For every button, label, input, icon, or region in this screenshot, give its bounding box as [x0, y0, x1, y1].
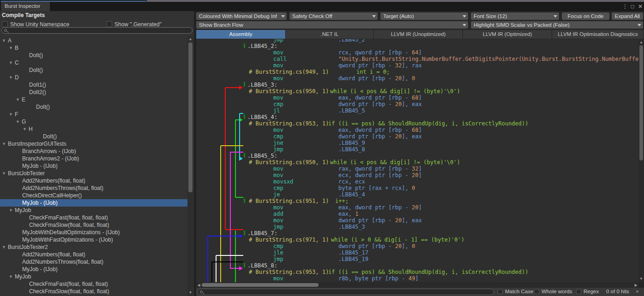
foldout-icon[interactable]: ▼	[9, 273, 13, 280]
compile-targets-tree: ▼ A ▼ B DoIt() ▼ C DoIt() ▼ D DoIt1() Do…	[0, 36, 187, 296]
maximize-icon[interactable]: □	[629, 3, 636, 10]
tree-item[interactable]: DoIt()	[0, 52, 187, 59]
tree-item[interactable]: ▼ BurstJobTester2	[0, 243, 187, 251]
tree-item[interactable]: BranchArrows - (IJob)	[0, 148, 187, 155]
tree-item[interactable]: CheckFmaSlow(float, float, float)	[0, 288, 187, 295]
tree-item[interactable]: MyJob - (IJob)	[0, 266, 187, 273]
checkbox[interactable]	[106, 21, 112, 27]
tree-item[interactable]: Add2NumbersThrows(float, float)	[0, 258, 187, 266]
foldout-icon[interactable]: ▼	[9, 44, 13, 52]
tree-item[interactable]: Add2Numbers(float, float)	[0, 177, 187, 184]
match-case-checkbox[interactable]	[498, 289, 503, 294]
dropdown[interactable]: Coloured With Minimal Debug Inf	[196, 12, 287, 20]
tab-llvm-ir-optimized-[interactable]: LLVM IR (Optimized)	[463, 30, 552, 39]
tree-scrollbar-thumb[interactable]	[188, 42, 193, 192]
asm-operand: .LBB45_2	[338, 39, 365, 43]
dropdown[interactable]: Show Branch Flow	[196, 21, 468, 29]
tree-item[interactable]: CheckFmaSlow(float, float, float)	[0, 221, 187, 229]
tree-item-label: MyJob	[15, 273, 31, 280]
scroll-down-icon[interactable]: ▼	[187, 290, 193, 295]
tree-scrollbar[interactable]: ▲ ▼	[187, 36, 193, 296]
tree-item-label: A	[8, 37, 12, 44]
tree-item[interactable]: ▼ C	[0, 59, 187, 66]
tree-item[interactable]: DoIt1()	[0, 81, 187, 89]
tree-item[interactable]: ▼ F	[0, 111, 187, 118]
code-hscrollbar-thumb[interactable]	[202, 283, 319, 287]
foldout-icon[interactable]: ▼	[16, 118, 20, 125]
dropdown[interactable]: Font Size (12)	[471, 12, 559, 20]
tree-item[interactable]: MyJob - (IJob)	[0, 162, 187, 170]
tree-item[interactable]: ▼ E	[0, 96, 187, 103]
tree-item[interactable]: MyJobWithFastOptimizations - (IJob)	[0, 236, 187, 243]
window-tab[interactable]: Burst Inspector	[1, 2, 50, 11]
tab-llvm-ir-unoptimized-[interactable]: LLVM IR (Unoptimized)	[374, 30, 463, 39]
code-vscrollbar-thumb[interactable]	[639, 45, 643, 160]
tree-item[interactable]: ▼ A	[0, 37, 187, 44]
find-input[interactable]	[197, 289, 494, 295]
tree-item[interactable]: ▼ BurstInspectorGUITests	[0, 140, 187, 148]
menu-icon[interactable]: ⋮	[621, 3, 629, 10]
foldout-icon[interactable]: ▼	[9, 74, 13, 81]
code-line: .LBB45_8:	[196, 262, 638, 269]
tab-llvm-ir-optimisation-diagnostics[interactable]: LLVM IR Optimisation Diagnostics	[552, 30, 644, 39]
tab-assembly[interactable]: Assembly	[196, 30, 286, 39]
asm-label: .LBB45_3:	[247, 82, 277, 88]
close-find-icon[interactable]: ×	[636, 289, 639, 294]
foldout-icon[interactable]: ▼	[23, 125, 27, 133]
scroll-up-icon[interactable]: ▲	[638, 40, 644, 44]
tree-item[interactable]: MyJob - (IJob)	[0, 199, 187, 207]
dropdown[interactable]: Highlight SIMD Scalar vs Packed (False)	[471, 21, 643, 29]
code-horizontal-scrollbar[interactable]: ◀ ▶	[196, 282, 638, 288]
tree-item[interactable]: ▼ D	[0, 74, 187, 81]
toolbar-button[interactable]: Focus on Code	[562, 12, 609, 20]
asm-mnemonic: jmp	[273, 146, 283, 153]
regex-checkbox[interactable]	[576, 289, 581, 294]
code-vertical-scrollbar[interactable]: ▲ ▼	[638, 39, 644, 282]
whole-words-checkbox[interactable]	[534, 289, 539, 294]
scroll-right-icon[interactable]: ▶	[633, 283, 639, 287]
close-icon[interactable]: ✕	[637, 3, 644, 10]
asm-operand: dword ptr [rbp - 20], eax	[338, 217, 422, 224]
scroll-left-icon[interactable]: ◀	[196, 283, 202, 287]
tree-item[interactable]: ▼ H	[0, 125, 187, 133]
targets-search-input[interactable]	[1, 27, 193, 34]
tree-item[interactable]: BranchArrows2 - (IJob)	[0, 155, 187, 162]
source-code: while (i > 0 && dig[i - 1] == (byte)'0')	[331, 237, 464, 243]
foldout-icon[interactable]: ▼	[2, 37, 6, 44]
tree-item[interactable]: ▼ B	[0, 44, 187, 52]
tree-item[interactable]: CheckFmaFast(float, float, float)	[0, 214, 187, 221]
tree-item-label: CheckFmaSlow(float, float, float)	[29, 288, 109, 295]
tree-item[interactable]: DoIt()	[0, 66, 187, 74]
scroll-up-icon[interactable]: ▲	[187, 37, 193, 41]
tree-item[interactable]: Add2NumbersThrows(float, float)	[0, 184, 187, 192]
tree-item[interactable]: DoIt()	[0, 133, 187, 140]
foldout-icon[interactable]: ▼	[2, 170, 6, 177]
label: Focus on Code	[568, 13, 604, 19]
dropdown[interactable]: Target (Auto)	[380, 12, 468, 20]
tree-item[interactable]: DoIt2()	[0, 89, 187, 96]
tree-item-label: CheckFmaSlow(float, float, float)	[29, 221, 109, 229]
tab--net-il[interactable]: .NET IL	[286, 30, 374, 39]
foldout-icon[interactable]: ▼	[2, 243, 6, 251]
tree-item[interactable]: ▼ MyJob	[0, 273, 187, 280]
tree-item[interactable]: CheckFmaFast(float, float, float)	[0, 280, 187, 288]
tree-item[interactable]: Add2Numbers(float, float)	[0, 251, 187, 258]
tree-item[interactable]: ▼ MyJob	[0, 207, 187, 214]
asm-operand: .LBB45_19	[338, 256, 368, 262]
tree-item[interactable]: ▼ BurstJobTester	[0, 170, 187, 177]
assembly-code-view[interactable]: jmp.LBB45_2.LBB45_2:movrcx, qword ptr [r…	[196, 39, 638, 282]
tree-item[interactable]: DoIt()	[0, 103, 187, 111]
foldout-icon[interactable]: ▼	[9, 111, 13, 118]
toolbar-button[interactable]: Expand All	[612, 12, 643, 20]
tree-item[interactable]: CheckDirectCallHelper()	[0, 192, 187, 199]
scroll-down-icon[interactable]: ▼	[638, 277, 644, 281]
foldout-icon[interactable]: ▼	[16, 96, 20, 103]
foldout-icon[interactable]: ▼	[2, 140, 6, 148]
tree-item[interactable]: ▼ G	[0, 118, 187, 125]
foldout-icon[interactable]: ▼	[9, 207, 13, 214]
tree-item[interactable]: MyJobWithDefaultOptimizations - (IJob)	[0, 229, 187, 236]
dropdown[interactable]: Safety Check Off	[289, 12, 378, 20]
foldout-icon[interactable]: ▼	[9, 59, 13, 66]
checkbox[interactable]	[2, 21, 8, 27]
code-line: jmp.LBB45_19	[196, 256, 638, 262]
